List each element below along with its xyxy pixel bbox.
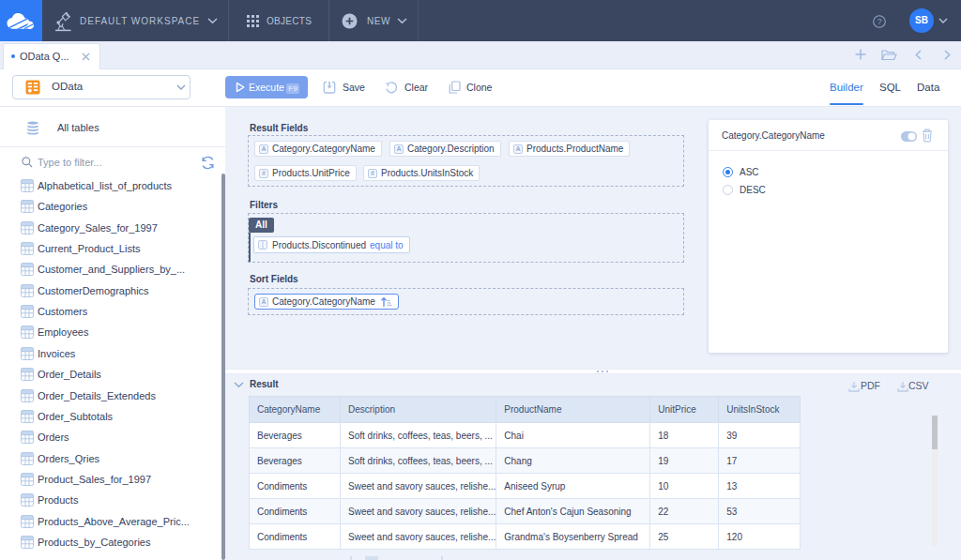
svg-text:?: ? [877,17,882,26]
